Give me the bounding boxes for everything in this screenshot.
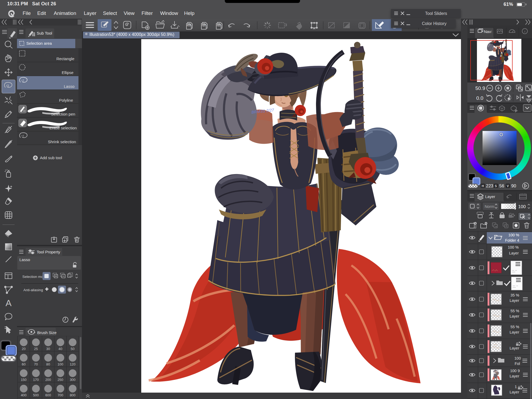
svg-text:Layer: Layer: [510, 346, 519, 350]
svg-text:250: 250: [57, 378, 63, 382]
svg-text:Navi: Navi: [484, 29, 492, 34]
svg-text:Color History: Color History: [422, 21, 446, 26]
svg-text:150: 150: [21, 378, 27, 382]
svg-text:300: 300: [70, 378, 76, 382]
svg-text:55 %: 55 %: [510, 325, 519, 329]
svg-text:Layer: Layer: [485, 194, 495, 199]
svg-text:Folder 4: Folder 4: [505, 238, 519, 242]
svg-text:60: 60: [22, 362, 26, 366]
svg-text:1: 1: [515, 385, 517, 389]
svg-text:Layer: Layer: [510, 390, 519, 394]
svg-text:600: 600: [45, 393, 51, 397]
svg-text:35 %: 35 %: [510, 293, 519, 297]
svg-text:30: 30: [46, 347, 50, 351]
svg-text:100 %: 100 %: [508, 233, 519, 237]
svg-text:psd: psd: [217, 24, 221, 27]
svg-text:223: 223: [486, 183, 493, 188]
svg-text:Layer: Layer: [510, 314, 519, 318]
svg-text:Layer: Layer: [510, 330, 519, 334]
svg-text:800: 800: [70, 393, 76, 397]
svg-text:png: png: [202, 24, 206, 27]
svg-text:Norm: Norm: [485, 204, 494, 209]
svg-text:V: V: [507, 184, 509, 188]
svg-text:100: 100: [57, 362, 63, 366]
svg-text:56: 56: [499, 183, 504, 188]
svg-text:100: 100: [514, 356, 521, 360]
svg-text:50.9: 50.9: [475, 85, 485, 91]
svg-text:50: 50: [71, 347, 74, 351]
svg-text:25: 25: [34, 347, 38, 351]
svg-text:jpg: jpg: [187, 24, 190, 27]
svg-text:0.0: 0.0: [476, 95, 483, 101]
svg-text:90: 90: [511, 183, 516, 188]
svg-text:170: 170: [33, 378, 39, 382]
svg-text:80: 80: [46, 362, 50, 366]
svg-text:100 9: 100 9: [510, 369, 520, 373]
svg-text:55 %: 55 %: [510, 309, 519, 313]
svg-text:A: A: [6, 298, 12, 308]
svg-text:Layer: Layer: [509, 251, 519, 255]
svg-text:40: 40: [59, 347, 62, 351]
svg-text:Tool Sliders: Tool Sliders: [425, 11, 447, 16]
svg-text:70: 70: [34, 362, 38, 366]
svg-text:120: 120: [70, 362, 76, 366]
svg-text:20: 20: [22, 347, 26, 351]
svg-text:400: 400: [21, 393, 27, 397]
svg-text:200: 200: [45, 378, 51, 382]
svg-text:500: 500: [33, 393, 39, 397]
svg-text:Layer: Layer: [510, 298, 519, 303]
svg-text:100 %: 100 %: [508, 245, 519, 249]
svg-text:Fol: Fol: [515, 361, 520, 366]
svg-text:Layer: Layer: [510, 374, 519, 378]
svg-text:700: 700: [57, 393, 63, 397]
svg-text:S: S: [495, 184, 497, 188]
svg-text:H: H: [482, 184, 484, 188]
svg-text:100: 100: [518, 204, 526, 209]
